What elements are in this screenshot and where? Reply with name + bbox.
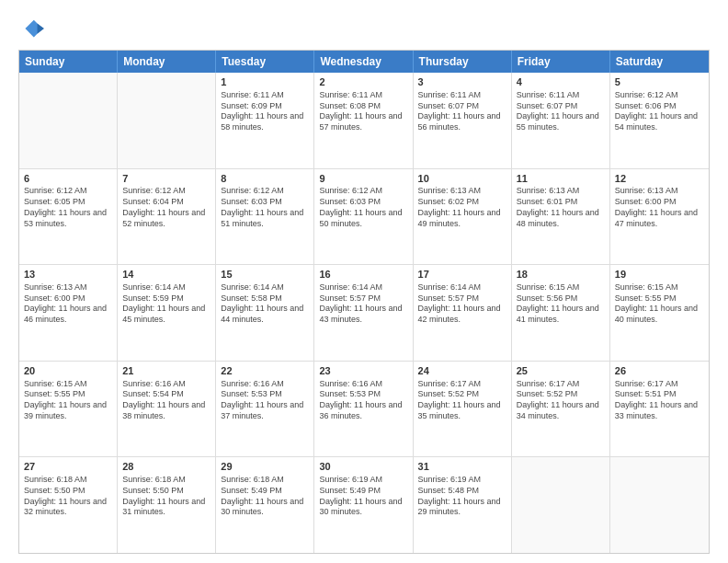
day-info: Sunrise: 6:11 AM Sunset: 6:07 PM Dayligh… xyxy=(517,90,605,133)
header-cell-saturday: Saturday xyxy=(610,51,709,73)
day-number: 23 xyxy=(319,364,407,378)
day-number: 24 xyxy=(418,364,506,378)
day-number: 10 xyxy=(418,172,506,186)
day-number: 25 xyxy=(517,364,605,378)
day-info: Sunrise: 6:15 AM Sunset: 5:55 PM Dayligh… xyxy=(615,282,704,326)
day-info: Sunrise: 6:12 AM Sunset: 6:06 PM Dayligh… xyxy=(615,90,704,133)
calendar-cell: 15Sunrise: 6:14 AM Sunset: 5:58 PM Dayli… xyxy=(216,265,314,361)
day-number: 27 xyxy=(24,460,112,474)
day-info: Sunrise: 6:13 AM Sunset: 6:00 PM Dayligh… xyxy=(615,186,704,229)
calendar-cell xyxy=(118,73,216,168)
day-info: Sunrise: 6:16 AM Sunset: 5:53 PM Dayligh… xyxy=(221,379,309,422)
day-info: Sunrise: 6:14 AM Sunset: 5:59 PM Dayligh… xyxy=(122,282,210,326)
day-info: Sunrise: 6:11 AM Sunset: 6:09 PM Dayligh… xyxy=(221,90,309,133)
calendar-cell: 19Sunrise: 6:15 AM Sunset: 5:55 PM Dayli… xyxy=(610,265,709,361)
calendar-cell: 29Sunrise: 6:18 AM Sunset: 5:49 PM Dayli… xyxy=(216,457,314,553)
day-info: Sunrise: 6:18 AM Sunset: 5:50 PM Dayligh… xyxy=(24,475,112,518)
calendar-cell: 10Sunrise: 6:13 AM Sunset: 6:02 PM Dayli… xyxy=(414,169,512,265)
day-number: 12 xyxy=(615,172,704,186)
calendar-cell: 14Sunrise: 6:14 AM Sunset: 5:59 PM Dayli… xyxy=(118,265,216,361)
calendar-body: 1Sunrise: 6:11 AM Sunset: 6:09 PM Daylig… xyxy=(19,73,709,553)
day-number: 5 xyxy=(615,75,704,89)
calendar-cell: 13Sunrise: 6:13 AM Sunset: 6:00 PM Dayli… xyxy=(19,265,118,361)
calendar-cell: 22Sunrise: 6:16 AM Sunset: 5:53 PM Dayli… xyxy=(216,362,314,457)
day-number: 26 xyxy=(615,364,704,378)
svg-marker-1 xyxy=(38,23,44,33)
calendar-cell: 9Sunrise: 6:12 AM Sunset: 6:03 PM Daylig… xyxy=(314,169,413,265)
calendar-row: 6Sunrise: 6:12 AM Sunset: 6:05 PM Daylig… xyxy=(19,169,709,266)
day-info: Sunrise: 6:14 AM Sunset: 5:57 PM Dayligh… xyxy=(319,282,407,326)
day-info: Sunrise: 6:17 AM Sunset: 5:52 PM Dayligh… xyxy=(418,379,506,422)
day-number: 3 xyxy=(418,75,506,89)
day-number: 21 xyxy=(122,364,210,378)
calendar-row: 1Sunrise: 6:11 AM Sunset: 6:09 PM Daylig… xyxy=(19,73,709,169)
day-number: 14 xyxy=(122,268,210,282)
calendar-cell: 27Sunrise: 6:18 AM Sunset: 5:50 PM Dayli… xyxy=(19,457,118,553)
day-number: 28 xyxy=(122,460,210,474)
logo xyxy=(18,17,48,42)
day-info: Sunrise: 6:16 AM Sunset: 5:53 PM Dayligh… xyxy=(319,379,407,422)
calendar-cell: 1Sunrise: 6:11 AM Sunset: 6:09 PM Daylig… xyxy=(216,73,314,168)
day-info: Sunrise: 6:13 AM Sunset: 6:01 PM Dayligh… xyxy=(517,186,605,229)
calendar-cell: 23Sunrise: 6:16 AM Sunset: 5:53 PM Dayli… xyxy=(314,362,413,457)
day-info: Sunrise: 6:15 AM Sunset: 5:55 PM Dayligh… xyxy=(24,379,112,422)
day-number: 7 xyxy=(122,172,210,186)
header-cell-sunday: Sunday xyxy=(19,51,118,73)
calendar-cell: 31Sunrise: 6:19 AM Sunset: 5:48 PM Dayli… xyxy=(414,457,512,553)
day-number: 19 xyxy=(615,268,704,282)
calendar-cell: 16Sunrise: 6:14 AM Sunset: 5:57 PM Dayli… xyxy=(314,265,413,361)
day-info: Sunrise: 6:12 AM Sunset: 6:03 PM Dayligh… xyxy=(319,186,407,229)
calendar-cell: 28Sunrise: 6:18 AM Sunset: 5:50 PM Dayli… xyxy=(118,457,216,553)
day-info: Sunrise: 6:14 AM Sunset: 5:58 PM Dayligh… xyxy=(221,282,309,326)
day-number: 15 xyxy=(221,268,309,282)
calendar-cell: 2Sunrise: 6:11 AM Sunset: 6:08 PM Daylig… xyxy=(314,73,413,168)
calendar-row: 27Sunrise: 6:18 AM Sunset: 5:50 PM Dayli… xyxy=(19,457,709,553)
calendar-cell: 7Sunrise: 6:12 AM Sunset: 6:04 PM Daylig… xyxy=(118,169,216,265)
day-info: Sunrise: 6:17 AM Sunset: 5:52 PM Dayligh… xyxy=(517,379,605,422)
day-number: 22 xyxy=(221,364,309,378)
calendar-cell xyxy=(512,457,610,553)
calendar-cell: 24Sunrise: 6:17 AM Sunset: 5:52 PM Dayli… xyxy=(414,362,512,457)
day-info: Sunrise: 6:19 AM Sunset: 5:49 PM Dayligh… xyxy=(319,475,407,518)
header-cell-monday: Monday xyxy=(118,51,216,73)
day-info: Sunrise: 6:19 AM Sunset: 5:48 PM Dayligh… xyxy=(418,475,506,518)
calendar-cell xyxy=(610,457,709,553)
calendar-cell: 20Sunrise: 6:15 AM Sunset: 5:55 PM Dayli… xyxy=(19,362,118,457)
day-number: 8 xyxy=(221,172,309,186)
calendar-row: 20Sunrise: 6:15 AM Sunset: 5:55 PM Dayli… xyxy=(19,362,709,458)
calendar-cell: 17Sunrise: 6:14 AM Sunset: 5:57 PM Dayli… xyxy=(414,265,512,361)
calendar-row: 13Sunrise: 6:13 AM Sunset: 6:00 PM Dayli… xyxy=(19,265,709,362)
day-number: 30 xyxy=(319,460,407,474)
calendar-cell: 4Sunrise: 6:11 AM Sunset: 6:07 PM Daylig… xyxy=(512,73,610,168)
day-info: Sunrise: 6:13 AM Sunset: 6:00 PM Dayligh… xyxy=(24,282,112,326)
day-number: 2 xyxy=(319,75,407,89)
calendar-cell: 12Sunrise: 6:13 AM Sunset: 6:00 PM Dayli… xyxy=(610,169,709,265)
day-number: 9 xyxy=(319,172,407,186)
day-number: 29 xyxy=(221,460,309,474)
day-info: Sunrise: 6:16 AM Sunset: 5:54 PM Dayligh… xyxy=(122,379,210,422)
day-info: Sunrise: 6:11 AM Sunset: 6:08 PM Dayligh… xyxy=(319,90,407,133)
day-info: Sunrise: 6:18 AM Sunset: 5:50 PM Dayligh… xyxy=(122,475,210,518)
calendar-cell: 8Sunrise: 6:12 AM Sunset: 6:03 PM Daylig… xyxy=(216,169,314,265)
day-number: 17 xyxy=(418,268,506,282)
day-info: Sunrise: 6:15 AM Sunset: 5:56 PM Dayligh… xyxy=(517,282,605,326)
day-number: 16 xyxy=(319,268,407,282)
logo-icon xyxy=(18,17,44,42)
calendar-cell: 21Sunrise: 6:16 AM Sunset: 5:54 PM Dayli… xyxy=(118,362,216,457)
day-info: Sunrise: 6:12 AM Sunset: 6:04 PM Dayligh… xyxy=(122,186,210,229)
calendar-cell: 25Sunrise: 6:17 AM Sunset: 5:52 PM Dayli… xyxy=(512,362,610,457)
calendar-cell: 11Sunrise: 6:13 AM Sunset: 6:01 PM Dayli… xyxy=(512,169,610,265)
header-cell-wednesday: Wednesday xyxy=(314,51,413,73)
calendar-header: SundayMondayTuesdayWednesdayThursdayFrid… xyxy=(19,51,709,73)
calendar-cell: 18Sunrise: 6:15 AM Sunset: 5:56 PM Dayli… xyxy=(512,265,610,361)
day-number: 31 xyxy=(418,460,506,474)
calendar-cell: 3Sunrise: 6:11 AM Sunset: 6:07 PM Daylig… xyxy=(414,73,512,168)
calendar: SundayMondayTuesdayWednesdayThursdayFrid… xyxy=(18,50,710,554)
day-number: 18 xyxy=(517,268,605,282)
page: SundayMondayTuesdayWednesdayThursdayFrid… xyxy=(0,0,728,563)
day-info: Sunrise: 6:12 AM Sunset: 6:03 PM Dayligh… xyxy=(221,186,309,229)
calendar-cell xyxy=(19,73,118,168)
day-number: 20 xyxy=(24,364,112,378)
header-cell-friday: Friday xyxy=(512,51,610,73)
header-cell-tuesday: Tuesday xyxy=(216,51,314,73)
